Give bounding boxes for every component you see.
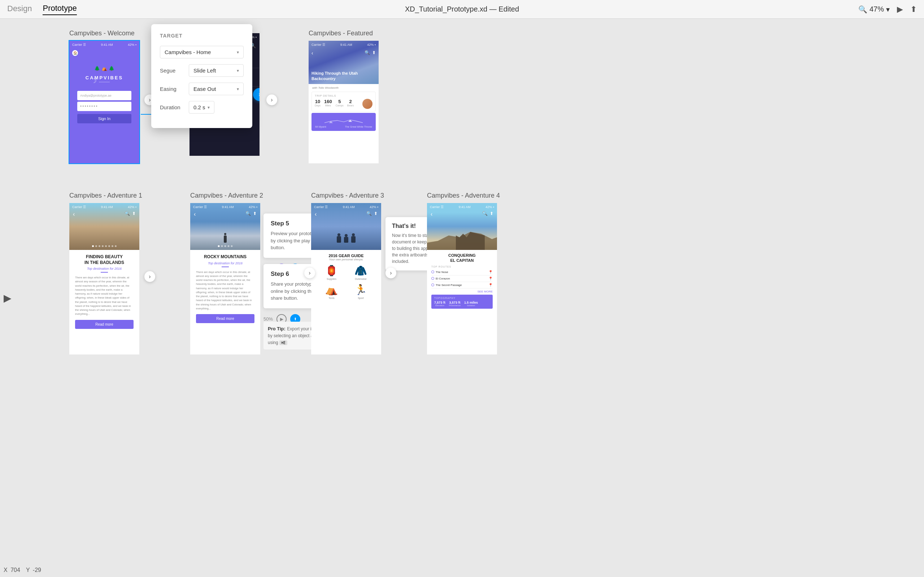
sport-icon: 🏃 bbox=[354, 284, 367, 296]
featured-hero-content: Hiking Through the Utah Backcountry bbox=[312, 71, 379, 81]
adv1-divider bbox=[101, 272, 108, 272]
duration-control[interactable]: 0.2 s ▾ bbox=[189, 101, 215, 114]
adv4-share-icon[interactable]: ⬆ bbox=[490, 211, 493, 218]
status-bar-featured: Carrier ☰ 9:41 AM 42% ▪ bbox=[309, 41, 379, 49]
gear-tents: ⛺ Tents bbox=[325, 284, 338, 299]
zoom-value: 47% bbox=[869, 5, 884, 13]
target-value: Campvibes - Home bbox=[165, 49, 211, 55]
segue-dropdown[interactable]: Slide Left ▾ bbox=[189, 64, 244, 77]
segue-value: Slide Left bbox=[194, 68, 216, 74]
document-title: XD_Tutorial_Prototype.xd — Edited bbox=[405, 5, 519, 13]
topo-prominence: 3,573 ft Prominence bbox=[449, 301, 460, 306]
trip-avatar bbox=[362, 99, 373, 109]
featured-share-icon[interactable]: ⬆ bbox=[372, 50, 376, 55]
adv2-share-icon[interactable]: ⬆ bbox=[253, 211, 257, 218]
route3-pin-icon: 📍 bbox=[488, 283, 493, 287]
adv3-share-icon[interactable]: ⬆ bbox=[374, 211, 378, 218]
adv2-read-more-button[interactable]: Read more bbox=[196, 314, 254, 323]
keyboard-shortcut: ⌘E bbox=[279, 340, 287, 345]
gear-sport: 🏃 Sport bbox=[354, 284, 367, 299]
artboard-adventure4: Campvibes - Adventure 4 Carrier ☰ 9:41 A… bbox=[427, 192, 500, 355]
artboard-adventure4-frame[interactable]: Carrier ☰ 9:41 AM 42% ▪ ‹ 🔍 ⬆ bbox=[427, 203, 497, 355]
tab-design[interactable]: Design bbox=[7, 4, 32, 15]
artboard-welcome-frame[interactable]: Carrier ☰ 9:41 AM 42% ▪ ☽ 🌲⛺🌲 CAMPVIBES bbox=[69, 41, 139, 163]
topo-label: TOPOGRAPHY bbox=[434, 297, 490, 299]
duration-chevron-icon: ▾ bbox=[208, 105, 210, 110]
adv2-content: ROCKY MOUNTAINS Top destination for 2016… bbox=[190, 250, 260, 327]
adv4-search-icon[interactable]: 🔍 bbox=[482, 211, 488, 218]
home-indicator: 🏠 bbox=[72, 50, 78, 56]
canvas-left-arrow[interactable]: ▶ bbox=[3, 292, 11, 304]
topbar: Design Prototype XD_Tutorial_Prototype.x… bbox=[0, 0, 924, 19]
easing-dropdown[interactable]: Ease Out ▾ bbox=[189, 82, 244, 95]
person-silhouette bbox=[224, 235, 227, 243]
zoom-control[interactable]: 🔍 47% ▾ bbox=[858, 5, 890, 14]
see-more-link[interactable]: SEE MORE bbox=[431, 290, 493, 293]
artboard-featured-frame[interactable]: Carrier ☰ 9:41 AM 42% ▪ ‹ 🔍 ⬆ Hiking Thr… bbox=[309, 41, 379, 163]
adv2-title: ROCKY MOUNTAINS bbox=[196, 254, 254, 260]
topography-box: TOPOGRAPHY 7,573 ft Elevation 3,573 ft P… bbox=[431, 295, 493, 309]
adv2-dot-3 bbox=[225, 245, 226, 247]
email-input[interactable]: Andiya@prototype.ae bbox=[77, 91, 131, 100]
status-bar-welcome: Carrier ☰ 9:41 AM 42% ▪ bbox=[69, 41, 139, 49]
target-dropdown[interactable]: Campvibes - Home ▾ bbox=[160, 46, 244, 58]
adv3-back-icon[interactable]: ‹ bbox=[315, 211, 317, 218]
adv1-nav: ‹ 🔍 ⬆ bbox=[69, 211, 139, 218]
segue-chevron-icon: ▾ bbox=[237, 68, 239, 73]
adv1-read-more-button[interactable]: Read more bbox=[75, 320, 134, 329]
dot-5 bbox=[108, 245, 110, 247]
status-bar-adv4: Carrier ☰ 9:41 AM 42% ▪ bbox=[427, 203, 497, 211]
time-text: 9:41 AM bbox=[101, 43, 113, 47]
artboard-adventure2: Campvibes - Adventure 2 Carrier ☰ 9:41 A… bbox=[190, 192, 263, 355]
gear-row-2: ⛺ Tents 🏃 Sport bbox=[317, 284, 375, 299]
adv4-back-icon[interactable]: ‹ bbox=[431, 211, 432, 218]
route-3[interactable]: The Secret Passage 📍 bbox=[431, 282, 493, 288]
nav-arrow-adv1-adv2[interactable]: › bbox=[144, 271, 155, 282]
supplies-icon: 🏮 bbox=[325, 265, 338, 277]
trip-stat-bears: 2 Bears bbox=[347, 99, 354, 107]
trip-stat-days: 10 Days bbox=[315, 99, 320, 107]
artboard-adventure2-frame[interactable]: Carrier ☰ 9:41 AM 42% ▪ ‹ 🔍 ⬆ bbox=[190, 203, 260, 355]
gear-title: 2016 GEAR GUIDE bbox=[317, 253, 375, 258]
canvas: ▶ Campvibes - Welcome Carrier ☰ 9:41 AM … bbox=[0, 19, 924, 577]
adv1-search-icon[interactable]: 🔍 bbox=[124, 211, 130, 218]
artboard-adventure1-frame[interactable]: Carrier ☰ 9:41 AM 42% ▪ ‹ 🔍 ⬆ bbox=[69, 203, 139, 355]
nav-arrow-step-adv3[interactable]: › bbox=[304, 268, 315, 279]
route3-dot bbox=[431, 284, 434, 286]
duration-value: 0.2 s bbox=[194, 104, 205, 110]
gear-supplies: 🏮 Supplies bbox=[325, 265, 338, 280]
password-input[interactable]: •••••••• bbox=[77, 102, 131, 111]
featured-search-icon[interactable]: 🔍 bbox=[365, 50, 370, 55]
adv3-people bbox=[337, 236, 355, 243]
topo-isolation: 1.5 miles Isolation bbox=[464, 301, 478, 306]
adv3-search-icon[interactable]: 🔍 bbox=[366, 211, 372, 218]
duration-row: Duration 0.2 s ▾ bbox=[160, 101, 244, 114]
share-icon[interactable]: ⬆ bbox=[910, 5, 917, 14]
artboard-adventure1-label: Campvibes - Adventure 1 bbox=[69, 192, 142, 200]
popup-panel: TARGET Campvibes - Home ▾ Segue Slide Le… bbox=[151, 24, 252, 128]
adv2-subtitle: Top destination for 2016 bbox=[196, 261, 254, 265]
adv2-back-icon[interactable]: ‹ bbox=[194, 211, 195, 218]
artboard-adventure3-frame[interactable]: Carrier ☰ 9:41 AM 42% ▪ bbox=[311, 203, 381, 355]
featured-carrier: Carrier ☰ bbox=[312, 43, 325, 47]
popup-section-label: TARGET bbox=[160, 33, 244, 39]
adv1-back-icon[interactable]: ‹ bbox=[73, 211, 75, 218]
play-icon[interactable]: ▶ bbox=[897, 5, 903, 14]
nav-arrow-adv3-adv4[interactable]: › bbox=[386, 268, 396, 279]
route-2[interactable]: El Corazon 📍 bbox=[431, 276, 493, 282]
coordinates: X 704 Y -29 bbox=[3, 567, 41, 574]
trip-details: TRIP DETAILS 10 Days 160 Miles 5 bbox=[312, 92, 376, 111]
tab-prototype[interactable]: Prototype bbox=[43, 3, 76, 15]
adv3-nav: ‹ 🔍 ⬆ bbox=[311, 211, 381, 218]
nav-arrow-home-featured[interactable]: › bbox=[267, 95, 277, 105]
adv2-search-icon[interactable]: 🔍 bbox=[246, 211, 251, 218]
route-1[interactable]: The Nose 📍 bbox=[431, 269, 493, 276]
status-bar-adv3: Carrier ☰ 9:41 AM 42% ▪ bbox=[311, 203, 381, 211]
featured-back-arrow[interactable]: ‹ bbox=[312, 50, 313, 56]
welcome-tent-area: 🌲⛺🌲 bbox=[94, 66, 115, 71]
easing-chevron-icon: ▾ bbox=[237, 87, 239, 92]
dot-2 bbox=[99, 245, 100, 247]
signin-button[interactable]: Sign In bbox=[77, 114, 131, 123]
route1-pin-icon: 📍 bbox=[488, 270, 493, 274]
adv1-share-icon[interactable]: ⬆ bbox=[132, 211, 136, 218]
